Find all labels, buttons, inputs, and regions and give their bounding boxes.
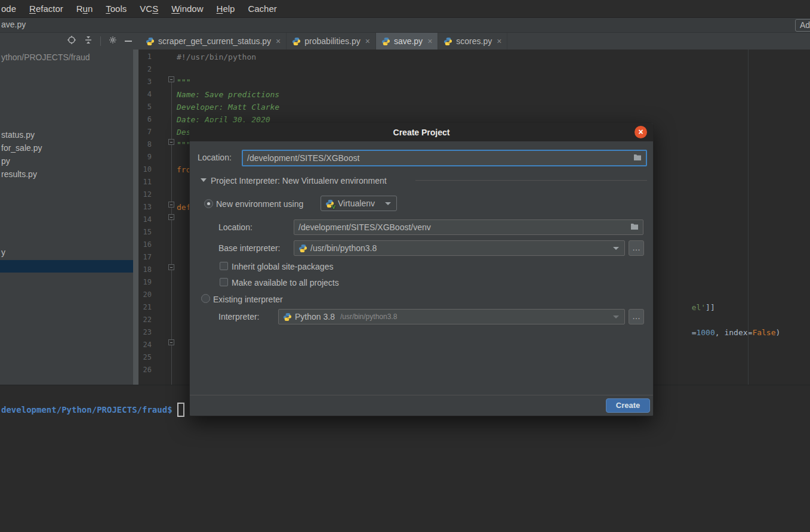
line-number: 13	[138, 201, 152, 214]
project-location-value: /development/SITES/XGBoost	[247, 153, 359, 163]
code-line-4: Name: Save predictions	[177, 88, 279, 101]
base-interpreter-combobox[interactable]: /usr/bin/python3.8	[294, 240, 625, 256]
collapse-all-icon[interactable]	[84, 35, 93, 47]
base-interpreter-browse-button[interactable]: …	[629, 240, 644, 256]
environment-type-value: Virtualenv	[338, 199, 375, 208]
virtualenv-icon: V	[325, 199, 334, 208]
fold-marker[interactable]	[168, 339, 174, 345]
section-collapse-arrow-icon[interactable]	[201, 178, 207, 182]
locate-file-icon[interactable]	[67, 35, 76, 47]
menu-item-cacher[interactable]: Cacher	[241, 4, 283, 14]
menu-item-tools[interactable]: Tools	[99, 4, 133, 14]
code-line-10: fro	[177, 163, 190, 176]
interpreter-combobox[interactable]: Python 3.8 /usr/bin/python3.8	[278, 309, 625, 324]
tab-scores[interactable]: scores.py ×	[438, 33, 507, 50]
tab-probabilities[interactable]: probabilities.py ×	[287, 33, 376, 50]
dialog-footer-divider	[190, 395, 653, 395]
menu-item-vcs[interactable]: VCS	[133, 4, 165, 14]
tab-close-icon[interactable]: ×	[497, 36, 501, 46]
line-number: 10	[138, 163, 152, 176]
line-number: 3	[138, 76, 152, 88]
inherit-site-packages-label[interactable]: Inherit global site-packages	[232, 262, 333, 271]
venv-location-label: Location:	[218, 222, 252, 232]
interpreter-section-header[interactable]: Project Interpreter: New Virtualenv envi…	[211, 176, 387, 185]
project-file[interactable]: for_sale.py	[1, 143, 42, 155]
tab-close-icon[interactable]: ×	[365, 36, 370, 46]
tab-label: scores.py	[456, 36, 492, 46]
menu-item-window[interactable]: Window	[165, 4, 210, 14]
project-file[interactable]: status.py	[1, 130, 35, 142]
line-number: 18	[138, 264, 152, 276]
location-label: Location:	[198, 153, 232, 162]
line-number: 4	[138, 88, 152, 101]
fold-marker[interactable]	[168, 76, 174, 82]
project-location-input[interactable]: /development/SITES/XGBoost	[242, 150, 647, 166]
dropdown-arrow-icon	[613, 247, 619, 250]
editor-toolbar	[67, 33, 132, 50]
new-environment-radio[interactable]	[204, 199, 213, 208]
menu-item-ode[interactable]: ode	[0, 4, 23, 14]
ide-window: odeRefactorRunToolsVCSWindowHelpCacher a…	[0, 0, 810, 532]
add-configuration-button[interactable]: Ad	[795, 19, 810, 32]
create-button[interactable]: Create	[606, 398, 650, 413]
project-file[interactable]: y	[1, 248, 5, 259]
project-panel-scrollbar[interactable]	[133, 50, 138, 385]
line-number: 11	[138, 176, 152, 188]
make-available-checkbox[interactable]	[220, 278, 228, 286]
inherit-site-packages-checkbox[interactable]	[220, 262, 228, 270]
tab-close-icon[interactable]: ×	[276, 36, 281, 46]
make-available-label[interactable]: Make available to all projects	[232, 278, 339, 287]
line-number: 20	[138, 289, 152, 301]
code-line-3: """	[177, 76, 190, 88]
folder-icon[interactable]	[630, 222, 639, 232]
terminal-cursor	[177, 403, 184, 417]
code-token: ]]	[706, 303, 715, 312]
project-tree-selected-row[interactable]	[0, 260, 138, 273]
tab-scraper-get-current-status[interactable]: scraper_get_current_status.py ×	[140, 33, 287, 50]
project-root-path[interactable]: ython/PROJECTS/fraud	[1, 52, 90, 64]
code-fragment-line-22: =1000, index=False)	[654, 314, 780, 326]
venv-location-input[interactable]: /development/SITES/XGBoost/venv	[294, 219, 643, 235]
python-icon	[298, 244, 307, 253]
breadcrumb[interactable]: ave.py	[1, 20, 26, 29]
python-file-icon	[381, 37, 390, 46]
python-file-icon	[444, 37, 452, 46]
dialog-titlebar[interactable]: Create Project ×	[190, 123, 653, 141]
existing-interpreter-radio[interactable]	[201, 294, 210, 303]
navigation-bar: ave.py Ad	[0, 18, 810, 33]
line-number: 5	[138, 101, 152, 113]
folder-icon[interactable]	[633, 153, 642, 163]
fold-marker[interactable]	[168, 264, 174, 270]
tab-close-icon[interactable]: ×	[427, 36, 432, 46]
tab-label: probabilities.py	[304, 36, 360, 46]
hide-panel-icon[interactable]	[125, 41, 132, 42]
environment-type-dropdown[interactable]: V Virtualenv	[321, 196, 397, 211]
new-environment-label: New environment using	[216, 199, 303, 209]
create-project-dialog: Create Project × Location: /development/…	[189, 122, 654, 416]
menu-bar: odeRefactorRunToolsVCSWindowHelpCacher	[0, 0, 810, 18]
fold-marker[interactable]	[168, 202, 174, 208]
code-token: el'	[692, 303, 706, 312]
tab-save[interactable]: save.py ×	[376, 33, 438, 50]
terminal-prompt: development/Python/PROJECTS/fraud$	[1, 403, 184, 416]
dialog-close-button[interactable]: ×	[635, 126, 647, 138]
fold-marker[interactable]	[168, 139, 174, 145]
venv-location-value: /development/SITES/XGBoost/venv	[298, 222, 431, 232]
project-file[interactable]: results.py	[1, 169, 37, 181]
section-divider	[415, 180, 647, 181]
menu-item-help[interactable]: Help	[210, 4, 242, 14]
menu-item-run[interactable]: Run	[70, 4, 100, 14]
fold-marker[interactable]	[168, 214, 174, 220]
python-file-icon	[292, 37, 301, 46]
code-token: )	[776, 328, 781, 337]
interpreter-label: Interpreter:	[218, 312, 259, 321]
settings-gear-icon[interactable]	[108, 35, 118, 47]
project-file[interactable]: py	[1, 156, 10, 168]
interpreter-name: Python 3.8	[295, 312, 335, 321]
line-number: 23	[138, 326, 152, 339]
code-token: 1000	[696, 328, 714, 337]
tab-bar: scraper_get_current_status.py × probabil…	[140, 33, 507, 50]
menu-item-refactor[interactable]: Refactor	[23, 4, 70, 14]
editor-tab-strip: scraper_get_current_status.py × probabil…	[0, 33, 810, 50]
interpreter-browse-button[interactable]: …	[629, 309, 644, 324]
